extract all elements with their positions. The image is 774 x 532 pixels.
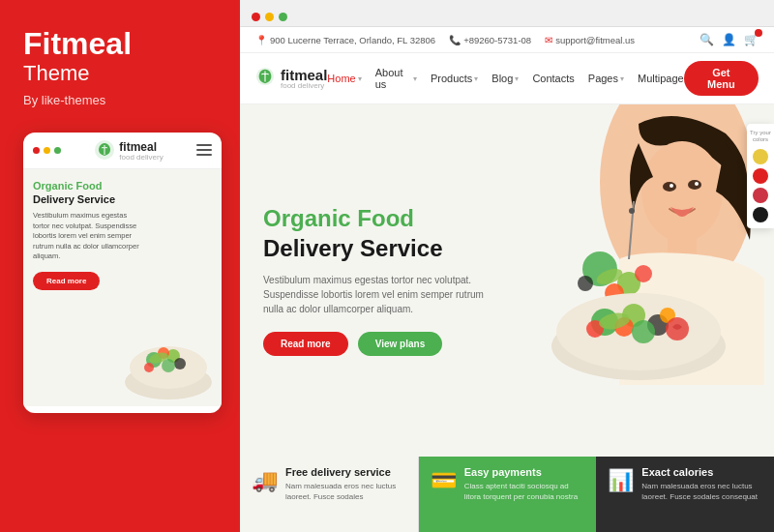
cart-icon[interactable]: 🛒 — [744, 33, 759, 46]
color-swatch-darkred[interactable] — [753, 188, 768, 203]
mobile-food-image — [120, 310, 217, 406]
email-icon: ✉ — [545, 35, 552, 45]
svg-point-12 — [641, 141, 723, 242]
hero-buttons: Read more View plans — [263, 332, 488, 356]
color-panel-label: Try your colors — [747, 130, 774, 143]
site-hero: Organic Food Delivery Service Vestibulum… — [240, 104, 774, 457]
location-icon: 📍 — [255, 35, 267, 45]
site-topbar: 📍 900 Lucerne Terrace, Orlando, FL 32806… — [240, 27, 774, 53]
feature-title-2: Easy payments — [464, 466, 585, 478]
mobile-logo-sub: food delivery — [119, 154, 163, 162]
mobile-read-more-button[interactable]: Read more — [33, 272, 100, 290]
feature-title-1: Free delivery service — [285, 466, 406, 478]
site-logo-icon — [255, 67, 275, 91]
nav-home[interactable]: Home ▾ — [327, 73, 361, 84]
mobile-hamburger-icon[interactable] — [196, 144, 212, 156]
color-swatch-black[interactable] — [753, 207, 768, 222]
site-logo-text: fitmeal — [281, 68, 327, 82]
hero-title2: Delivery Service — [263, 235, 488, 263]
nav-pages[interactable]: Pages ▾ — [588, 73, 624, 84]
mobile-logo-text: fitmeal — [119, 140, 157, 154]
search-icon[interactable]: 🔍 — [700, 33, 714, 46]
nav-about[interactable]: About us ▾ — [375, 67, 417, 90]
browser-dot-yellow — [265, 13, 274, 21]
view-plans-button[interactable]: View plans — [358, 332, 443, 356]
mobile-logo: fitmeal food delivery — [94, 139, 163, 162]
svg-point-33 — [632, 320, 655, 343]
browser-chrome — [240, 0, 774, 27]
site-navbar: fitmeal food delivery Home ▾ About us ▾ … — [240, 53, 774, 104]
user-icon[interactable]: 👤 — [722, 33, 736, 46]
nav-multipage[interactable]: Multipage — [638, 73, 684, 84]
topbar-right: 🔍 👤 🛒 — [700, 33, 759, 46]
topbar-address: 📍 900 Lucerne Terrace, Orlando, FL 32806 — [255, 35, 435, 45]
hero-text: Vestibulum maximus egestas tortor nec vo… — [263, 273, 488, 316]
right-panel: 📍 900 Lucerne Terrace, Orlando, FL 32806… — [240, 0, 774, 532]
nav-products[interactable]: Products ▾ — [431, 73, 478, 84]
mobile-mockup: fitmeal food delivery Organic Food Deliv… — [23, 133, 222, 413]
delivery-icon: 🚚 — [252, 468, 278, 493]
mobile-dots — [33, 147, 61, 154]
svg-point-16 — [670, 184, 673, 188]
mobile-hero-title1: Organic Food — [33, 179, 212, 192]
mobile-hero-title2: Delivery Service — [33, 192, 212, 206]
browser-dot-green — [279, 13, 287, 21]
svg-point-15 — [688, 180, 701, 190]
feature-card-calories: 📊 Exact calories Nam malesuada eros nec … — [596, 457, 774, 532]
feature-text-3: Nam malesuada eros nec luctus laoreet. F… — [641, 481, 762, 502]
topbar-email: ✉ support@fitmeal.us — [545, 35, 635, 45]
nav-blog[interactable]: Blog ▾ — [491, 73, 519, 84]
mobile-logo-icon — [94, 139, 115, 161]
feature-text-1: Nam malesuada eros nec luctus laoreet. F… — [285, 481, 406, 502]
color-swatch-red[interactable] — [753, 168, 768, 184]
topbar-phone: 📞 +89260-5731-08 — [449, 35, 531, 45]
brand-by: By like-themes — [23, 93, 217, 107]
svg-point-23 — [578, 276, 593, 291]
site-logo-sub: food delivery — [281, 82, 327, 90]
payment-icon: 💳 — [431, 468, 457, 493]
browser-dot-red — [252, 13, 260, 21]
svg-point-24 — [635, 265, 652, 282]
svg-point-19 — [629, 208, 635, 214]
hero-title1: Organic Food — [263, 205, 488, 233]
color-panel: Try your colors — [747, 124, 774, 228]
feature-text-2: Class aptent taciti sociosqu ad litora t… — [464, 481, 585, 502]
mobile-hero: Organic Food Delivery Service Vestibulum… — [23, 169, 222, 406]
left-panel: Fitmeal Theme By like-themes fitmeal foo… — [0, 0, 240, 532]
read-more-button[interactable]: Read more — [263, 332, 348, 356]
feature-card-payments: 💳 Easy payments Class aptent taciti soci… — [419, 457, 597, 532]
dot-green — [54, 147, 61, 154]
color-swatch-yellow[interactable] — [753, 149, 768, 164]
svg-point-14 — [663, 182, 676, 192]
svg-point-17 — [695, 182, 699, 186]
feature-cards: 🚚 Free delivery service Nam malesuada er… — [240, 457, 774, 532]
get-menu-button[interactable]: Get Menu — [684, 61, 759, 96]
mobile-top-bar: fitmeal food delivery — [23, 133, 222, 169]
brand-subtitle: Theme — [23, 61, 217, 86]
svg-point-6 — [174, 358, 186, 369]
feature-card-delivery: 🚚 Free delivery service Nam malesuada er… — [240, 457, 419, 532]
brand-title: Fitmeal — [23, 27, 217, 61]
dot-red — [33, 147, 40, 154]
svg-point-7 — [144, 363, 154, 372]
calories-icon: 📊 — [608, 468, 634, 493]
feature-title-3: Exact calories — [641, 466, 762, 478]
site-logo: fitmeal food delivery — [255, 67, 327, 91]
site-nav: Home ▾ About us ▾ Products ▾ Blog ▾ Cont… — [327, 67, 683, 90]
dot-yellow — [44, 147, 50, 154]
topbar-left: 📍 900 Lucerne Terrace, Orlando, FL 32806… — [255, 35, 635, 45]
hero-content: Organic Food Delivery Service Vestibulum… — [240, 186, 511, 375]
mobile-hero-text: Vestibulum maximus egestas tortor nec vo… — [33, 211, 139, 262]
cart-badge — [755, 29, 762, 37]
phone-icon: 📞 — [449, 35, 461, 45]
nav-contacts[interactable]: Contacts — [532, 73, 574, 84]
